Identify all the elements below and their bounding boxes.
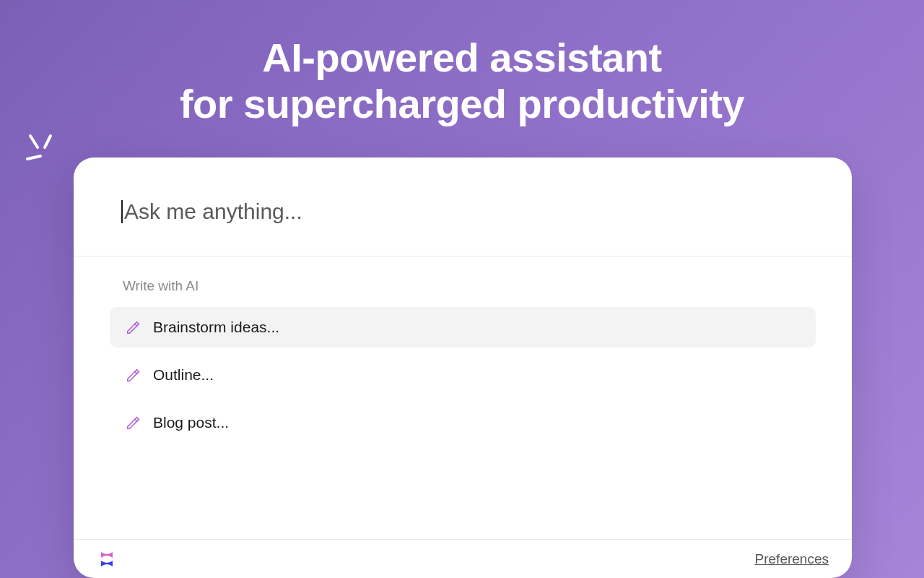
suggestions-area: Write with AI Brainstorm ideas... Outlin… [74, 256, 852, 443]
svg-line-0 [30, 136, 38, 147]
suggestion-label: Outline... [153, 366, 214, 384]
pen-icon [126, 319, 141, 335]
prompt-placeholder: Ask me anything... [124, 199, 302, 224]
svg-line-2 [27, 156, 40, 159]
svg-line-1 [45, 136, 51, 147]
spark-decoration-icon [20, 129, 64, 175]
headline-line-1: AI-powered assistant [0, 35, 924, 81]
section-label: Write with AI [123, 278, 816, 294]
app-logo-icon [97, 549, 117, 569]
text-caret [121, 200, 123, 223]
assistant-panel: Ask me anything... Write with AI Brainst… [74, 158, 852, 578]
suggestion-outline[interactable]: Outline... [110, 355, 816, 395]
headline-line-2: for supercharged productivity [0, 81, 924, 127]
headline: AI-powered assistant for supercharged pr… [0, 0, 924, 128]
input-area: Ask me anything... [74, 158, 852, 256]
suggestion-label: Blog post... [153, 414, 229, 431]
suggestion-label: Brainstorm ideas... [153, 319, 279, 336]
pen-icon [126, 415, 141, 431]
prompt-input[interactable]: Ask me anything... [121, 199, 804, 224]
suggestion-brainstorm[interactable]: Brainstorm ideas... [110, 307, 816, 348]
suggestion-blogpost[interactable]: Blog post... [110, 402, 816, 443]
panel-footer: Preferences [74, 539, 852, 578]
preferences-link[interactable]: Preferences [755, 551, 829, 567]
pen-icon [126, 367, 141, 383]
